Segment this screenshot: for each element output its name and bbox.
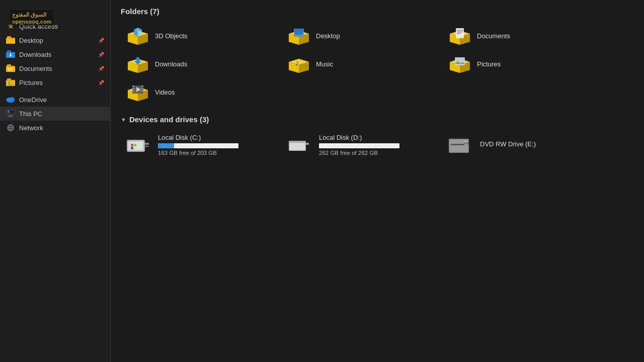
drive-item-e[interactable]: DVD DVD RW Drive (E:) (443, 131, 543, 159)
sidebar-item-pictures[interactable]: Pictures 📌 (0, 75, 110, 89)
folder-item-downloads[interactable]: Downloads (121, 51, 282, 77)
pin-icon-downloads[interactable]: 📌 (98, 52, 104, 57)
d-drive-icon (287, 134, 313, 156)
d-drive-bar-container (319, 143, 399, 148)
desktop-folder-icon (6, 36, 15, 45)
c-drive-name: Local Disk (C:) (158, 134, 267, 141)
e-drive-info: DVD RW Drive (E:) (480, 140, 538, 150)
e-drive-name: DVD RW Drive (E:) (480, 140, 538, 148)
devices-section: ▼ Devices and drives (3) (121, 115, 634, 159)
svg-point-72 (457, 59, 459, 62)
sidebar-label-documents: Documents (19, 65, 52, 72)
d-drive-name: Local Disk (D:) (319, 134, 428, 141)
svg-rect-84 (141, 90, 143, 92)
svg-rect-15 (7, 78, 11, 81)
main-content: Folders (7) 3D Objects (111, 0, 644, 362)
svg-rect-80 (132, 88, 134, 89)
watermark-line1: السوق المفتوح (12, 11, 51, 18)
sidebar-label-pictures: Pictures (19, 79, 43, 86)
svg-rect-83 (141, 88, 143, 89)
folder-item-documents[interactable]: Documents (443, 23, 604, 49)
sidebar-item-downloads[interactable]: Downloads 📌 (0, 47, 110, 61)
svg-rect-5 (7, 50, 11, 53)
folder-item-videos[interactable]: Videos (121, 79, 282, 105)
svg-rect-97 (289, 141, 306, 143)
svg-rect-2 (7, 36, 11, 39)
svg-rect-53 (457, 32, 463, 33)
svg-rect-98 (306, 143, 309, 145)
drive-item-d[interactable]: Local Disk (D:) 262 GB free of 262 GB (282, 131, 433, 159)
pictures-folder-icon-main (448, 54, 472, 74)
this-pc-icon (6, 109, 15, 118)
svg-rect-7 (10, 53, 11, 55)
sidebar-item-this-pc[interactable]: This PC (0, 107, 110, 121)
svg-rect-94 (145, 146, 149, 147)
svg-rect-79 (132, 85, 134, 87)
svg-rect-52 (457, 30, 463, 31)
watermark: السوق المفتوح opensooq.com (10, 10, 53, 27)
music-folder-icon-main: ♪ (287, 54, 311, 74)
svg-rect-1 (6, 39, 15, 44)
c-drive-size: 163 GB free of 203 GB (158, 150, 267, 156)
folders-grid: 3D Objects Desktop (121, 23, 634, 105)
sidebar-item-desktop[interactable]: Desktop 📌 (0, 33, 110, 47)
svg-rect-44 (295, 30, 303, 35)
svg-rect-101 (451, 144, 465, 145)
sidebar-label-downloads: Downloads (19, 51, 51, 58)
svg-rect-54 (457, 33, 461, 34)
svg-rect-92 (134, 147, 136, 149)
drives-row: Local Disk (C:) 163 GB free of 203 GB (121, 131, 634, 159)
c-drive-info: Local Disk (C:) 163 GB free of 203 GB (158, 134, 267, 156)
c-drive-bar-fill (158, 143, 174, 148)
sidebar-item-documents[interactable]: Documents 📌 (0, 61, 110, 75)
svg-rect-46 (295, 36, 302, 37)
sidebar-label-desktop: Desktop (19, 37, 43, 44)
downloads-folder-icon (6, 50, 15, 59)
folder-item-3d-objects[interactable]: 3D Objects (121, 23, 282, 49)
devices-section-header[interactable]: ▼ Devices and drives (3) (121, 115, 634, 124)
sidebar-item-onedrive[interactable]: OneDrive (0, 93, 110, 107)
folder-item-pictures[interactable]: Pictures (443, 51, 604, 77)
sidebar-label-network: Network (19, 124, 43, 132)
folder-name-pictures: Pictures (477, 60, 501, 68)
folder-name-3d-objects: 3D Objects (155, 32, 187, 40)
svg-rect-91 (131, 147, 133, 149)
watermark-line2: opensooq.com (12, 18, 51, 25)
folder-item-music[interactable]: ♪ Music (282, 51, 443, 77)
svg-point-16 (8, 82, 10, 84)
svg-rect-45 (297, 35, 301, 36)
svg-rect-11 (8, 68, 14, 69)
3d-objects-icon (126, 26, 150, 46)
pin-icon-pictures[interactable]: 📌 (98, 80, 104, 85)
pin-icon-documents[interactable]: 📌 (98, 66, 104, 71)
folders-section-header: Folders (7) (121, 7, 634, 16)
videos-folder-icon-main (126, 82, 150, 102)
sidebar-label-this-pc: This PC (19, 110, 42, 118)
folder-item-desktop[interactable]: Desktop (282, 23, 443, 49)
svg-rect-93 (145, 143, 149, 145)
sidebar-label-onedrive: OneDrive (19, 96, 47, 104)
svg-text:♪: ♪ (295, 58, 299, 68)
svg-rect-89 (131, 144, 133, 146)
documents-folder-icon-main (448, 26, 472, 46)
svg-rect-10 (7, 64, 11, 67)
folder-name-videos: Videos (155, 88, 175, 96)
pin-icon-desktop[interactable]: 📌 (98, 38, 104, 43)
svg-rect-24 (9, 115, 12, 116)
documents-folder-icon (6, 64, 15, 73)
sidebar-item-network[interactable]: Network (0, 121, 110, 135)
downloads-folder-icon-main (126, 54, 150, 74)
svg-rect-81 (132, 90, 134, 92)
onedrive-icon (6, 95, 15, 104)
e-drive-icon: DVD (448, 134, 474, 156)
svg-rect-82 (141, 85, 143, 87)
svg-rect-27 (8, 113, 14, 114)
drive-item-c[interactable]: Local Disk (C:) 163 GB free of 203 GB (121, 131, 272, 159)
folder-name-downloads: Downloads (155, 60, 187, 68)
d-drive-info: Local Disk (D:) 262 GB free of 262 GB (319, 134, 428, 156)
svg-rect-12 (8, 69, 12, 70)
svg-rect-25 (8, 116, 13, 117)
chevron-icon: ▼ (121, 117, 126, 123)
folder-name-music: Music (316, 60, 333, 68)
c-drive-bar-container (158, 143, 238, 148)
